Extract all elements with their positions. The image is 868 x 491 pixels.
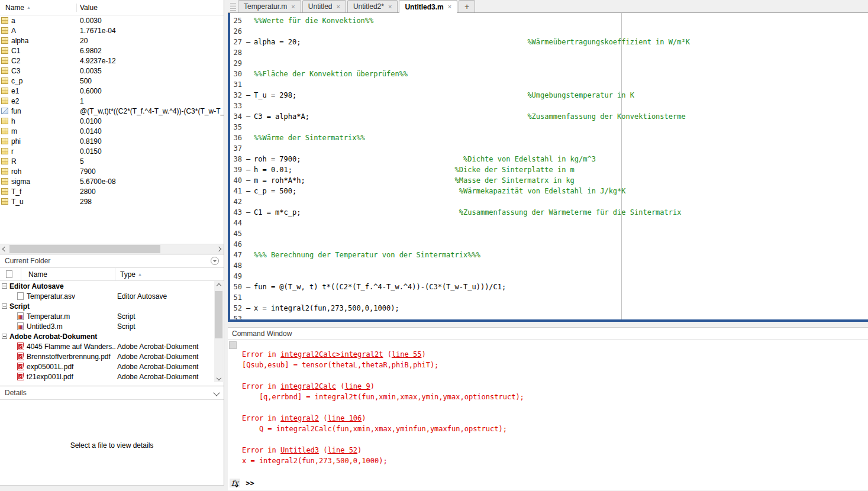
collapse-expander-icon[interactable] [2,334,7,339]
scroll-up-icon[interactable] [214,281,223,290]
line-text[interactable] [254,314,868,322]
file-icon-column-header[interactable] [0,268,21,280]
line-text[interactable]: T_u = 298;%Umgebungstemperatur in K [254,90,868,101]
workspace-variable-row[interactable]: sigma5.6700e-08 [0,176,224,186]
scroll-down-icon[interactable] [214,373,223,382]
file-row[interactable]: 4045 Flamme auf Wanders...Adobe Acrobat-… [0,341,224,351]
error-link[interactable]: line 55 [392,350,422,358]
code-line[interactable]: 39h = 0.01;%Dicke der Sinterplatte in m [230,164,868,175]
workspace-variable-row[interactable]: alpha20 [0,35,224,46]
folder-name-column-header[interactable]: Name [21,268,115,280]
code-line[interactable]: 27alpha = 20;%Wärmeübertragungskoeffizie… [230,37,868,47]
workspace-variable-row[interactable]: C30.0035 [0,66,224,76]
code-line[interactable]: 29 [230,58,868,69]
line-text[interactable] [254,143,868,154]
collapse-chevron-icon[interactable] [213,389,220,396]
code-line[interactable]: 45 [230,228,868,239]
tab-close-icon[interactable]: × [291,4,295,10]
code-line[interactable]: 47%%% Berechnung der Temperatur von der … [230,250,868,260]
line-text[interactable] [254,292,868,303]
command-window-body[interactable]: Error in integral2Calc>integral2t (line … [228,340,868,490]
line-text[interactable]: fun = @(T_w, t) t*((C2*(T_f.^4-T_w.^4))-… [254,282,868,292]
line-text[interactable]: %%Wärme der Sintermatrix%% [254,133,868,143]
line-text[interactable] [254,58,868,69]
line-text[interactable]: roh = 7900;%Dichte von Edelstahl in kg/m… [254,154,868,164]
file-row[interactable]: Brennstoffverbrennung.pdfAdobe Acrobat-D… [0,351,224,361]
editor-tab[interactable]: Untitled× [302,0,346,12]
scroll-grip[interactable] [229,341,237,349]
file-row[interactable]: Temperatur.mScript [0,311,224,321]
line-text[interactable]: C3 = alpha*A;%Zusammenfassung der Konvek… [254,111,868,122]
workspace-variable-row[interactable]: r0.0150 [0,146,224,156]
code-line[interactable]: 33 [230,101,868,111]
editor-tab[interactable]: Temperatur.m× [238,0,301,12]
line-text[interactable] [254,196,868,207]
panel-menu-icon[interactable] [211,257,219,265]
workspace-variable-row[interactable]: C16.9802 [0,46,224,56]
code-line[interactable]: 48 [230,260,868,271]
line-text[interactable] [254,26,868,37]
code-area[interactable]: 25%%Werte für die Konvektion%%2627alpha … [230,13,868,322]
code-line[interactable]: 50fun = @(T_w, t) t*((C2*(T_f.^4-T_w.^4)… [230,282,868,292]
workspace-name-column-header[interactable]: Name [0,4,77,12]
code-line[interactable]: 34C3 = alpha*A;%Zusammenfassung der Konv… [230,111,868,122]
file-row[interactable]: exp05001L.pdfAdobe Acrobat-Dokument [0,361,224,372]
new-tab-button[interactable]: + [459,0,475,12]
collapse-expander-icon[interactable] [2,283,7,289]
scrollbar-thumb[interactable] [215,291,222,338]
line-text[interactable]: %%% Berechnung der Temperatur von der Si… [254,250,868,260]
error-link[interactable]: integral2Calc [280,382,336,390]
line-text[interactable] [254,79,868,90]
error-link[interactable]: integral2 [280,414,319,422]
workspace-variable-row[interactable]: roh7900 [0,166,224,176]
line-text[interactable]: x = integral2(fun,273,500,0,1000); [254,303,868,314]
code-line[interactable]: 52x = integral2(fun,273,500,0,1000); [230,303,868,314]
file-row[interactable]: t21exp001l.pdfAdobe Acrobat-Dokument [0,372,224,382]
line-text[interactable]: %%Werte für die Konvektion%% [254,15,868,26]
scrollbar-thumb[interactable] [9,245,160,253]
file-group-row[interactable]: Script [0,301,224,311]
line-text[interactable]: %%Fläche der Konvektion überprüfen%% [254,69,868,79]
workspace-variable-row[interactable]: R5 [0,156,224,166]
workspace-variable-row[interactable]: a0.0030 [0,15,224,25]
code-line[interactable]: 43C1 = m*c_p;%Zusammenfassung der Wärmet… [230,207,868,218]
code-line[interactable]: 35 [230,122,868,133]
workspace-horizontal-scrollbar[interactable] [0,244,224,254]
line-text[interactable] [254,47,868,58]
code-line[interactable]: 49 [230,271,868,282]
error-link[interactable]: integral2Calc>integral2t [280,350,383,358]
editor-tab[interactable]: Untitled2*× [347,0,398,12]
code-line[interactable]: 51 [230,292,868,303]
line-text[interactable]: c_p = 500;%Wärmekapazität von Edelstahl … [254,186,868,196]
file-row[interactable]: Untitled3.mScript [0,321,224,331]
file-row[interactable]: Temperatur.asvEditor Autosave [0,291,224,301]
file-group-row[interactable]: Editor Autosave [0,281,224,291]
folder-vertical-scrollbar[interactable] [214,281,223,382]
command-prompt[interactable]: >> [246,479,254,487]
tab-close-icon[interactable]: × [388,4,392,10]
code-line[interactable]: 46 [230,239,868,250]
workspace-variable-row[interactable]: fun@(T_w,t)t*((C2*(T_f.^4-T_w.^4))-(C3*(… [0,106,224,116]
error-link[interactable]: Untitled3 [280,446,319,454]
line-text[interactable] [254,260,868,271]
line-text[interactable] [254,101,868,111]
file-group-row[interactable]: Adobe Acrobat-Dokument [0,331,224,341]
code-line[interactable]: 53 [230,314,868,322]
code-line[interactable]: 44 [230,218,868,228]
workspace-variable-row[interactable]: c_p500 [0,76,224,86]
error-link[interactable]: line 52 [328,446,358,454]
workspace-variable-row[interactable]: C24.9237e-12 [0,56,224,66]
line-text[interactable]: m = roh*A*h;%Masse der Sintermatrx in kg [254,175,868,186]
scroll-right-icon[interactable] [214,244,223,254]
workspace-variable-row[interactable]: m0.0140 [0,126,224,136]
workspace-variable-row[interactable]: T_u298 [0,196,224,206]
editor-pane[interactable]: 25%%Werte für die Konvektion%%2627alpha … [228,13,868,322]
drag-grip-icon[interactable] [230,2,236,11]
workspace-variable-row[interactable]: e10.6000 [0,86,224,96]
line-text[interactable]: C1 = m*c_p;%Zusammenfassung der Wärmeter… [254,207,868,218]
line-text[interactable]: alpha = 20;%Wärmeübertragungskoeffizient… [254,37,868,47]
line-text[interactable] [254,218,868,228]
workspace-value-column-header[interactable]: Value [77,4,224,12]
code-line[interactable]: 42 [230,196,868,207]
workspace-variable-row[interactable]: T_f2800 [0,186,224,196]
